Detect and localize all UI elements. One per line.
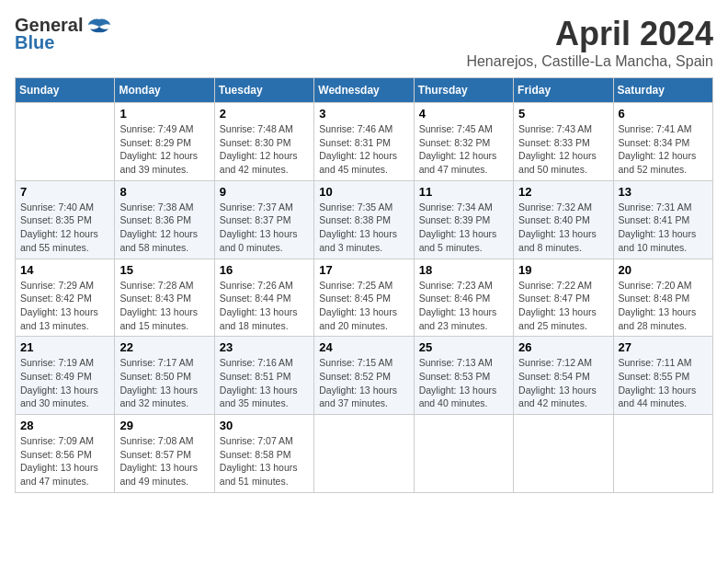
day-number: 14 bbox=[20, 263, 109, 277]
day-info: Sunrise: 7:48 AMSunset: 8:30 PMDaylight:… bbox=[220, 122, 309, 177]
day-info: Sunrise: 7:08 AMSunset: 8:57 PMDaylight:… bbox=[119, 434, 209, 488]
day-number: 13 bbox=[619, 185, 708, 199]
weekday-header: Saturday bbox=[613, 78, 712, 103]
day-info: Sunrise: 7:37 AMSunset: 8:37 PMDaylight:… bbox=[220, 201, 309, 255]
day-number: 6 bbox=[619, 107, 708, 121]
calendar-table: SundayMondayTuesdayWednesdayThursdayFrid… bbox=[15, 77, 713, 493]
weekday-header: Sunday bbox=[16, 78, 115, 103]
weekday-header: Tuesday bbox=[214, 78, 313, 103]
calendar-cell: 19Sunrise: 7:22 AMSunset: 8:47 PMDayligh… bbox=[514, 259, 613, 337]
month-title: April 2024 bbox=[466, 15, 713, 53]
calendar-cell bbox=[16, 103, 115, 181]
day-info: Sunrise: 7:31 AMSunset: 8:41 PMDaylight:… bbox=[619, 201, 708, 255]
calendar-cell: 10Sunrise: 7:35 AMSunset: 8:38 PMDayligh… bbox=[314, 180, 414, 259]
day-info: Sunrise: 7:22 AMSunset: 8:47 PMDaylight:… bbox=[518, 279, 608, 333]
day-info: Sunrise: 7:13 AMSunset: 8:53 PMDaylight:… bbox=[419, 356, 508, 410]
calendar-cell: 29Sunrise: 7:08 AMSunset: 8:57 PMDayligh… bbox=[115, 415, 214, 493]
day-number: 18 bbox=[419, 263, 508, 277]
calendar-cell: 17Sunrise: 7:25 AMSunset: 8:45 PMDayligh… bbox=[314, 259, 414, 337]
day-number: 3 bbox=[319, 107, 408, 121]
day-number: 10 bbox=[319, 185, 408, 199]
day-number: 8 bbox=[119, 185, 209, 199]
day-info: Sunrise: 7:17 AMSunset: 8:50 PMDaylight:… bbox=[119, 356, 209, 410]
day-info: Sunrise: 7:07 AMSunset: 8:58 PMDaylight:… bbox=[220, 434, 309, 488]
calendar-cell: 9Sunrise: 7:37 AMSunset: 8:37 PMDaylight… bbox=[214, 180, 313, 259]
calendar-week-row: 21Sunrise: 7:19 AMSunset: 8:49 PMDayligh… bbox=[16, 337, 713, 415]
calendar-cell: 6Sunrise: 7:41 AMSunset: 8:34 PMDaylight… bbox=[613, 103, 712, 181]
calendar-cell: 13Sunrise: 7:31 AMSunset: 8:41 PMDayligh… bbox=[613, 180, 712, 259]
day-number: 4 bbox=[419, 107, 508, 121]
day-info: Sunrise: 7:11 AMSunset: 8:55 PMDaylight:… bbox=[619, 356, 708, 410]
day-number: 9 bbox=[220, 185, 309, 199]
day-info: Sunrise: 7:45 AMSunset: 8:32 PMDaylight:… bbox=[419, 122, 508, 177]
day-number: 12 bbox=[518, 185, 608, 199]
calendar-cell: 3Sunrise: 7:46 AMSunset: 8:31 PMDaylight… bbox=[314, 103, 414, 181]
calendar-cell: 2Sunrise: 7:48 AMSunset: 8:30 PMDaylight… bbox=[214, 103, 313, 181]
calendar-cell: 8Sunrise: 7:38 AMSunset: 8:36 PMDaylight… bbox=[115, 180, 214, 259]
weekday-header: Friday bbox=[514, 78, 613, 103]
calendar-cell: 25Sunrise: 7:13 AMSunset: 8:53 PMDayligh… bbox=[414, 337, 513, 415]
calendar-cell bbox=[514, 415, 613, 493]
header: General Blue April 2024 Henarejos, Casti… bbox=[15, 15, 713, 70]
day-number: 19 bbox=[518, 263, 608, 277]
day-info: Sunrise: 7:29 AMSunset: 8:42 PMDaylight:… bbox=[20, 279, 109, 333]
day-number: 22 bbox=[119, 340, 209, 354]
title-area: April 2024 Henarejos, Castille-La Mancha… bbox=[466, 15, 713, 70]
location-title: Henarejos, Castille-La Mancha, Spain bbox=[466, 53, 713, 70]
calendar-cell: 27Sunrise: 7:11 AMSunset: 8:55 PMDayligh… bbox=[613, 337, 712, 415]
calendar-week-row: 1Sunrise: 7:49 AMSunset: 8:29 PMDaylight… bbox=[16, 103, 713, 181]
calendar-week-row: 28Sunrise: 7:09 AMSunset: 8:56 PMDayligh… bbox=[16, 415, 713, 493]
weekday-header: Wednesday bbox=[314, 78, 414, 103]
calendar-cell: 23Sunrise: 7:16 AMSunset: 8:51 PMDayligh… bbox=[214, 337, 313, 415]
calendar-cell: 7Sunrise: 7:40 AMSunset: 8:35 PMDaylight… bbox=[16, 180, 115, 259]
calendar-cell: 21Sunrise: 7:19 AMSunset: 8:49 PMDayligh… bbox=[16, 337, 115, 415]
day-info: Sunrise: 7:43 AMSunset: 8:33 PMDaylight:… bbox=[518, 122, 608, 177]
day-info: Sunrise: 7:23 AMSunset: 8:46 PMDaylight:… bbox=[419, 279, 508, 333]
day-number: 2 bbox=[220, 107, 309, 121]
calendar-cell: 26Sunrise: 7:12 AMSunset: 8:54 PMDayligh… bbox=[514, 337, 613, 415]
day-info: Sunrise: 7:35 AMSunset: 8:38 PMDaylight:… bbox=[319, 201, 408, 255]
day-info: Sunrise: 7:25 AMSunset: 8:45 PMDaylight:… bbox=[319, 279, 408, 333]
day-info: Sunrise: 7:41 AMSunset: 8:34 PMDaylight:… bbox=[619, 122, 708, 177]
calendar-cell: 5Sunrise: 7:43 AMSunset: 8:33 PMDaylight… bbox=[514, 103, 613, 181]
day-number: 17 bbox=[319, 263, 408, 277]
day-number: 24 bbox=[319, 340, 408, 354]
calendar-cell: 18Sunrise: 7:23 AMSunset: 8:46 PMDayligh… bbox=[414, 259, 513, 337]
day-info: Sunrise: 7:34 AMSunset: 8:39 PMDaylight:… bbox=[419, 201, 508, 255]
calendar-week-row: 14Sunrise: 7:29 AMSunset: 8:42 PMDayligh… bbox=[16, 259, 713, 337]
day-info: Sunrise: 7:16 AMSunset: 8:51 PMDaylight:… bbox=[220, 356, 309, 410]
day-info: Sunrise: 7:32 AMSunset: 8:40 PMDaylight:… bbox=[518, 201, 608, 255]
day-info: Sunrise: 7:20 AMSunset: 8:48 PMDaylight:… bbox=[619, 279, 708, 333]
day-info: Sunrise: 7:26 AMSunset: 8:44 PMDaylight:… bbox=[220, 279, 309, 333]
calendar-cell bbox=[613, 415, 712, 493]
day-info: Sunrise: 7:46 AMSunset: 8:31 PMDaylight:… bbox=[319, 122, 408, 177]
calendar-cell: 30Sunrise: 7:07 AMSunset: 8:58 PMDayligh… bbox=[214, 415, 313, 493]
calendar-week-row: 7Sunrise: 7:40 AMSunset: 8:35 PMDaylight… bbox=[16, 180, 713, 259]
day-number: 29 bbox=[119, 419, 209, 432]
logo: General Blue bbox=[15, 15, 112, 53]
day-number: 11 bbox=[419, 185, 508, 199]
day-info: Sunrise: 7:49 AMSunset: 8:29 PMDaylight:… bbox=[119, 122, 209, 177]
day-number: 23 bbox=[220, 340, 309, 354]
weekday-header: Thursday bbox=[414, 78, 513, 103]
calendar-cell: 16Sunrise: 7:26 AMSunset: 8:44 PMDayligh… bbox=[214, 259, 313, 337]
calendar-cell: 28Sunrise: 7:09 AMSunset: 8:56 PMDayligh… bbox=[16, 415, 115, 493]
calendar-cell bbox=[414, 415, 513, 493]
calendar-cell: 24Sunrise: 7:15 AMSunset: 8:52 PMDayligh… bbox=[314, 337, 414, 415]
day-info: Sunrise: 7:28 AMSunset: 8:43 PMDaylight:… bbox=[119, 279, 209, 333]
day-number: 7 bbox=[20, 185, 109, 199]
day-number: 30 bbox=[220, 419, 309, 432]
calendar-cell bbox=[314, 415, 414, 493]
day-number: 20 bbox=[619, 263, 708, 277]
calendar-cell: 4Sunrise: 7:45 AMSunset: 8:32 PMDaylight… bbox=[414, 103, 513, 181]
day-info: Sunrise: 7:12 AMSunset: 8:54 PMDaylight:… bbox=[518, 356, 608, 410]
day-number: 16 bbox=[220, 263, 309, 277]
calendar-cell: 14Sunrise: 7:29 AMSunset: 8:42 PMDayligh… bbox=[16, 259, 115, 337]
calendar-cell: 11Sunrise: 7:34 AMSunset: 8:39 PMDayligh… bbox=[414, 180, 513, 259]
day-info: Sunrise: 7:19 AMSunset: 8:49 PMDaylight:… bbox=[20, 356, 109, 410]
calendar-cell: 20Sunrise: 7:20 AMSunset: 8:48 PMDayligh… bbox=[613, 259, 712, 337]
calendar-cell: 12Sunrise: 7:32 AMSunset: 8:40 PMDayligh… bbox=[514, 180, 613, 259]
day-info: Sunrise: 7:09 AMSunset: 8:56 PMDaylight:… bbox=[20, 434, 109, 488]
logo-blue: Blue bbox=[15, 32, 54, 53]
day-number: 25 bbox=[419, 340, 508, 354]
